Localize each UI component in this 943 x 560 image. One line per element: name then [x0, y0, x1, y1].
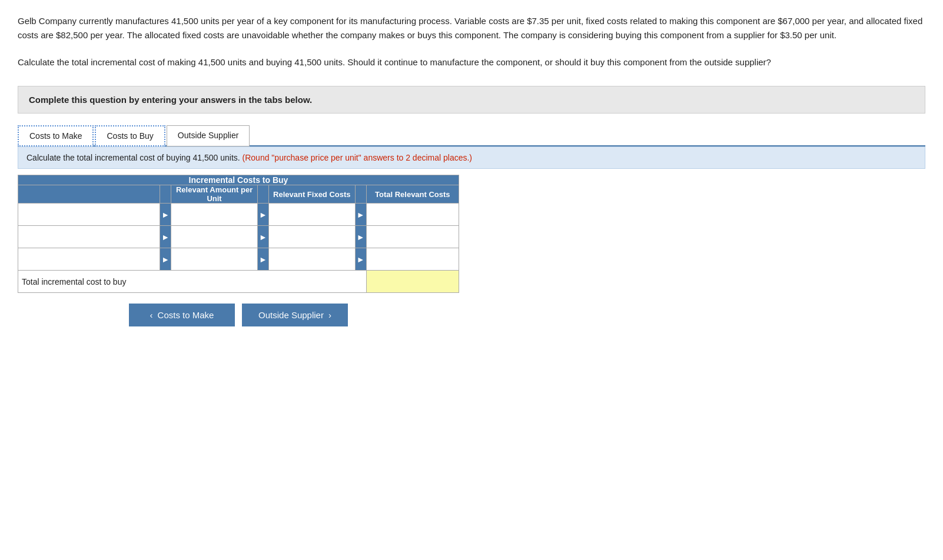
row1-arrow2: ► — [258, 204, 269, 226]
row3-arrow1: ► — [160, 248, 171, 271]
instruction-bar: Calculate the total incremental cost of … — [18, 146, 925, 169]
row3-amount-cell — [171, 248, 258, 271]
instruction-red-text: (Round "purchase price per unit" answers… — [243, 153, 472, 162]
tab-costs-to-buy-label: Costs to Buy — [107, 131, 153, 141]
table-row: ► ► ► — [18, 226, 459, 248]
row3-amount-input[interactable] — [171, 248, 257, 270]
row1-amount-input[interactable] — [171, 204, 257, 225]
col-header-label — [18, 185, 160, 204]
paragraph1-text: Gelb Company currently manufactures 41,5… — [18, 16, 922, 40]
table-row: ► ► ► — [18, 248, 459, 271]
row1-label-input[interactable] — [22, 204, 160, 225]
question-box: Complete this question by entering your … — [18, 86, 925, 114]
total-value-input[interactable] — [367, 271, 459, 292]
table-wrapper: Incremental Costs to Buy Relevant Amount… — [18, 175, 925, 293]
tab-outside-supplier-label: Outside Supplier — [178, 131, 239, 140]
next-button[interactable]: Outside Supplier › — [242, 304, 348, 326]
row3-fixed-input[interactable] — [269, 248, 355, 270]
row2-arrow2: ► — [258, 226, 269, 248]
prev-chevron-icon: ‹ — [150, 310, 153, 320]
next-button-label: Outside Supplier — [258, 310, 324, 320]
row3-fixed-cell — [268, 248, 355, 271]
table-title: Incremental Costs to Buy — [18, 175, 459, 185]
row2-total-cell — [366, 226, 459, 248]
col-header-amount-per-unit-text: Relevant Amount per Unit — [176, 185, 253, 203]
row3-label-cell — [18, 248, 160, 271]
incremental-costs-table: Incremental Costs to Buy Relevant Amount… — [18, 175, 459, 293]
row2-fixed-input[interactable] — [269, 226, 355, 248]
row1-total-input[interactable] — [367, 204, 459, 225]
total-label-text: Total incremental cost to buy — [22, 277, 126, 286]
row2-amount-input[interactable] — [171, 226, 257, 248]
row2-label-cell — [18, 226, 160, 248]
table-row: ► ► ► — [18, 204, 459, 226]
row2-label-input[interactable] — [22, 226, 160, 248]
total-value-cell — [366, 271, 459, 293]
col-header-amount-per-unit: Relevant Amount per Unit — [171, 185, 258, 204]
col-header-fixed-costs-text: Relevant Fixed Costs — [273, 190, 351, 199]
row3-total-cell — [366, 248, 459, 271]
question-box-text: Complete this question by entering your … — [29, 95, 312, 105]
row3-arrow2: ► — [258, 248, 269, 271]
tab-outside-supplier[interactable]: Outside Supplier — [167, 125, 250, 146]
nav-buttons: ‹ Costs to Make Outside Supplier › — [18, 304, 459, 326]
paragraph2-text: Calculate the total incremental cost of … — [18, 57, 771, 67]
col-arrow-2 — [258, 185, 269, 204]
col-header-total-relevant: Total Relevant Costs — [366, 185, 459, 204]
total-row: Total incremental cost to buy — [18, 271, 459, 293]
col-header-total-relevant-text: Total Relevant Costs — [375, 190, 450, 199]
row2-arrow1: ► — [160, 226, 171, 248]
col-arrow-1 — [160, 185, 171, 204]
row2-arrow3: ► — [355, 226, 366, 248]
intro-paragraph2: Calculate the total incremental cost of … — [18, 55, 925, 69]
tab-costs-to-buy[interactable]: Costs to Buy — [95, 125, 165, 146]
row1-arrow1: ► — [160, 204, 171, 226]
next-chevron-icon: › — [328, 310, 331, 320]
row2-fixed-cell — [268, 226, 355, 248]
row1-amount-cell — [171, 204, 258, 226]
tabs-container: Costs to Make Costs to Buy Outside Suppl… — [18, 124, 925, 146]
tab-costs-to-make-label: Costs to Make — [29, 131, 82, 141]
row1-fixed-input[interactable] — [269, 204, 355, 225]
instruction-text: Calculate the total incremental cost of … — [26, 153, 240, 162]
row3-label-input[interactable] — [22, 248, 160, 270]
row1-fixed-cell — [268, 204, 355, 226]
col-header-fixed-costs: Relevant Fixed Costs — [268, 185, 355, 204]
row3-total-input[interactable] — [367, 248, 459, 270]
row1-arrow3: ► — [355, 204, 366, 226]
row3-arrow3: ► — [355, 248, 366, 271]
row1-total-cell — [366, 204, 459, 226]
row1-label-cell — [18, 204, 160, 226]
prev-button-label: Costs to Make — [158, 310, 214, 320]
row2-total-input[interactable] — [367, 226, 459, 248]
total-label-cell: Total incremental cost to buy — [18, 271, 367, 293]
intro-paragraph1: Gelb Company currently manufactures 41,5… — [18, 14, 925, 42]
col-arrow-3 — [355, 185, 366, 204]
row2-amount-cell — [171, 226, 258, 248]
tab-costs-to-make[interactable]: Costs to Make — [18, 125, 94, 146]
prev-button[interactable]: ‹ Costs to Make — [129, 304, 235, 326]
